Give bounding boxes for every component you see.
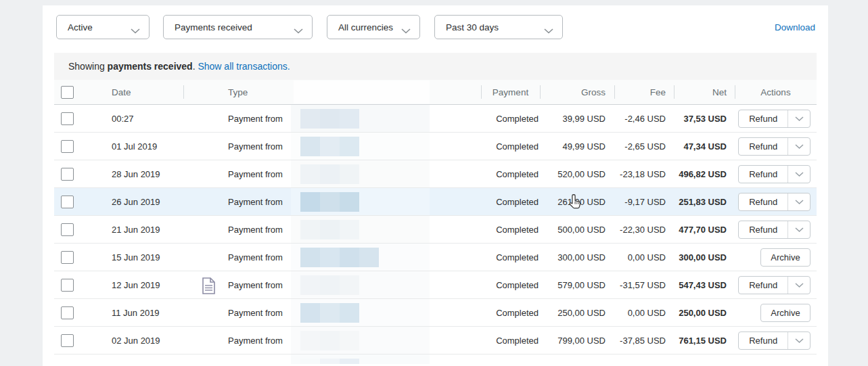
select-all-checkbox[interactable]	[61, 86, 74, 99]
header-payment: Payment	[481, 80, 540, 104]
net-amount: 47,34 USD	[674, 141, 735, 152]
actions-cell: Refund	[735, 193, 817, 211]
action-dropdown-toggle[interactable]	[787, 277, 810, 294]
fee-amount: -31,57 USD	[614, 280, 674, 290]
payment-status: Completed	[481, 114, 540, 124]
type-prefix: Payment from	[228, 280, 283, 290]
filter-status-dropdown[interactable]: Active	[56, 15, 150, 39]
header-date: Date	[95, 80, 183, 104]
chevron-down-icon	[401, 26, 411, 36]
refund-split-button[interactable]: Refund	[738, 221, 810, 239]
redaction-blocks	[300, 164, 359, 184]
action-dropdown-toggle[interactable]	[787, 166, 810, 183]
net-amount: 547,43 USD	[674, 280, 735, 290]
filter-currency-dropdown[interactable]: All currencies	[327, 15, 420, 39]
transaction-row[interactable]	[54, 354, 817, 364]
action-label: Refund	[739, 225, 787, 235]
net-amount: 37,53 USD	[674, 114, 735, 124]
refund-split-button[interactable]: Refund	[738, 165, 810, 183]
net-amount: 477,70 USD	[674, 225, 735, 235]
transaction-date: 12 Jun 2019	[95, 280, 183, 290]
actions-cell: Refund	[735, 137, 817, 156]
refund-split-button[interactable]: Refund	[738, 110, 810, 128]
net-amount: 496,82 USD	[674, 169, 735, 179]
filter-type-value: Payments received	[175, 22, 252, 32]
row-checkbox[interactable]	[61, 223, 74, 236]
action-dropdown-toggle[interactable]	[787, 138, 810, 155]
show-all-transactions-link[interactable]: Show all transactions.	[198, 61, 290, 72]
payment-status: Completed	[481, 336, 540, 346]
row-checkbox[interactable]	[61, 251, 74, 264]
row-checkbox[interactable]	[61, 168, 74, 181]
payment-status: Completed	[481, 308, 540, 318]
type-prefix: Payment from	[228, 114, 283, 124]
transaction-date: 02 Jun 2019	[95, 336, 183, 346]
gross-amount: 799,00 USD	[540, 336, 614, 346]
action-dropdown-toggle[interactable]	[787, 193, 810, 210]
refund-split-button[interactable]: Refund	[738, 276, 810, 294]
row-checkbox[interactable]	[61, 196, 74, 208]
transaction-row[interactable]: 21 Jun 2019 Payment from Completed 500,0…	[54, 216, 817, 244]
archive-button[interactable]: Archive	[760, 248, 810, 267]
type-prefix: Payment from	[228, 252, 283, 262]
download-link[interactable]: Download	[775, 22, 815, 32]
payment-status: Completed	[481, 252, 540, 262]
action-dropdown-toggle[interactable]	[787, 221, 810, 238]
redaction-blocks	[300, 303, 359, 323]
redaction-blocks	[300, 275, 359, 295]
transaction-row[interactable]: 26 Jun 2019 Payment from Completed 261,0…	[54, 188, 817, 216]
table-body: 00:27 Payment from Completed 39,99 USD -…	[54, 105, 817, 364]
refund-split-button[interactable]: Refund	[738, 331, 810, 350]
filter-daterange-value: Past 30 days	[446, 22, 499, 32]
payment-status: Completed	[481, 197, 540, 207]
refund-split-button[interactable]: Refund	[738, 137, 810, 156]
row-select-cell	[54, 168, 95, 181]
gross-amount: 579,00 USD	[540, 280, 614, 290]
transaction-row[interactable]: 11 Jun 2019 Payment from Completed 250,0…	[54, 299, 817, 327]
fee-amount: 0,00 USD	[614, 252, 674, 262]
fee-amount: -2,65 USD	[614, 141, 674, 152]
filter-status-value: Active	[68, 22, 93, 32]
transaction-row[interactable]: 01 Jul 2019 Payment from Completed 49,99…	[54, 133, 817, 160]
payment-status: Completed	[481, 169, 540, 179]
redaction-blocks	[300, 359, 359, 364]
action-label: Refund	[739, 336, 787, 346]
chevron-down-icon	[795, 116, 804, 121]
transaction-date: 21 Jun 2019	[95, 225, 183, 235]
transaction-row[interactable]: 15 Jun 2019 Payment from Completed 300,0…	[54, 244, 817, 271]
row-select-cell	[54, 334, 95, 347]
row-select-cell	[54, 306, 95, 319]
action-dropdown-toggle[interactable]	[787, 110, 810, 127]
refund-split-button[interactable]: Refund	[738, 193, 810, 211]
row-checkbox[interactable]	[61, 306, 74, 319]
transaction-row[interactable]: 02 Jun 2019 Payment from Completed 799,0…	[54, 327, 817, 354]
row-checkbox[interactable]	[61, 112, 74, 125]
chevron-down-icon	[795, 227, 804, 232]
actions-cell: Refund	[735, 276, 817, 294]
filter-type-dropdown[interactable]: Payments received	[163, 15, 313, 39]
transaction-date: 01 Jul 2019	[95, 141, 183, 152]
filter-daterange-dropdown[interactable]: Past 30 days	[434, 15, 563, 39]
type-prefix: Payment from	[228, 197, 283, 207]
chevron-down-icon	[795, 144, 804, 149]
header-actions: Actions	[735, 80, 817, 104]
transaction-row[interactable]: 28 Jun 2019 Payment from Completed 520,0…	[54, 160, 817, 188]
redaction-blocks	[300, 109, 359, 129]
type-prefix: Payment from	[228, 225, 283, 235]
gross-amount: 520,00 USD	[540, 169, 614, 179]
gross-amount: 49,99 USD	[540, 141, 614, 152]
actions-cell: Refund	[735, 331, 817, 350]
actions-cell: Refund	[735, 221, 817, 239]
transaction-row[interactable]: 00:27 Payment from Completed 39,99 USD -…	[54, 105, 817, 133]
row-checkbox[interactable]	[61, 140, 74, 153]
archive-button[interactable]: Archive	[760, 304, 810, 322]
chevron-down-icon	[795, 200, 804, 204]
net-amount: 251,83 USD	[674, 197, 735, 207]
row-checkbox[interactable]	[61, 279, 74, 292]
action-dropdown-toggle[interactable]	[787, 332, 810, 349]
type-prefix: Payment from	[228, 336, 283, 346]
banner-text: Showing payments received.	[68, 61, 196, 72]
transaction-row[interactable]: 12 Jun 2019 Payment from Completed 579,0…	[54, 271, 817, 299]
row-checkbox[interactable]	[61, 334, 74, 347]
fee-amount: -22,30 USD	[614, 225, 674, 235]
